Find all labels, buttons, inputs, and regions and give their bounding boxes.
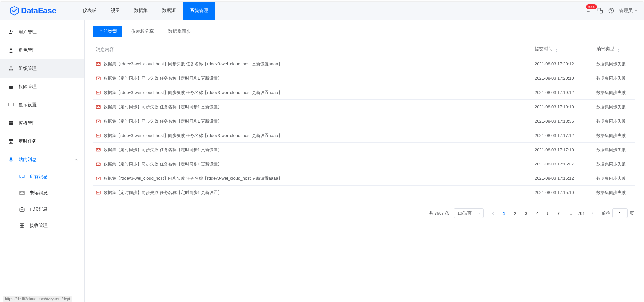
message-text: 数据集【定时同步】同步失败 任务名称【定时同步1 更新设置】 xyxy=(104,190,222,196)
svg-point-6 xyxy=(12,31,13,32)
unread-mail-icon xyxy=(96,119,101,124)
unread-mail-icon xyxy=(96,147,101,152)
table-row[interactable]: 数据集【定时同步】同步失败 任务名称【定时同步1 更新设置】2021-08-03… xyxy=(93,186,635,200)
page-jump-input[interactable] xyxy=(612,208,628,218)
message-time: 2021-08-03 17:18:36 xyxy=(535,119,596,124)
sidebar-subitem[interactable]: 未读消息 xyxy=(0,185,84,201)
sidebar-subitem[interactable]: 已读消息 xyxy=(0,201,84,217)
message-type: 数据集同步失败 xyxy=(596,190,635,196)
sidebar-item[interactable]: 权限管理 xyxy=(0,78,84,96)
col-header-time[interactable]: 提交时间 xyxy=(535,46,596,53)
page-number[interactable]: 4 xyxy=(532,208,542,218)
user-menu[interactable]: 管理员 xyxy=(619,8,638,14)
sidebar-item[interactable]: 用户管理 xyxy=(0,23,84,41)
message-text: 数据集【rddev3-wei_cloud_host】同步失败 任务名称【rdde… xyxy=(104,133,282,138)
notification-button[interactable]: 3060 xyxy=(586,7,592,14)
sidebar-subitem-label: 已读消息 xyxy=(30,206,48,212)
page-ellipsis: ... xyxy=(565,208,575,218)
sidebar-item-label: 显示设置 xyxy=(19,102,37,108)
sidebar-item[interactable]: 模板管理 xyxy=(0,114,84,132)
nav-tab[interactable]: 仪表板 xyxy=(76,2,104,20)
unread-mail-icon xyxy=(96,76,101,81)
message-time: 2021-08-03 17:19:12 xyxy=(535,90,596,95)
unread-mail-icon xyxy=(96,176,101,181)
messages-table: 消息内容 提交时间 消息类型 数据集【rddev3-wei_cloud_host… xyxy=(93,43,635,200)
sidebar-item[interactable]: 显示设置 xyxy=(0,96,84,114)
page-number[interactable]: 6 xyxy=(554,208,564,218)
message-type: 数据集同步失败 xyxy=(596,176,635,181)
svg-rect-14 xyxy=(11,121,13,123)
chevron-up-icon xyxy=(74,157,79,162)
template-icon xyxy=(8,120,14,126)
message-type: 数据集同步失败 xyxy=(596,161,635,167)
nav-tab[interactable]: 数据集 xyxy=(127,2,155,20)
message-text: 数据集【rddev3-wei_cloud_host】同步失败 任务名称【rdde… xyxy=(104,61,282,67)
filter-bar: 全部类型仪表板分享数据集同步 xyxy=(93,26,635,37)
sidebar: 用户管理角色管理组织管理权限管理显示设置模板管理定时任务站内消息所有消息未读消息… xyxy=(0,20,85,302)
message-type: 数据集同步失败 xyxy=(596,61,635,67)
table-row[interactable]: 数据集【rddev3-wei_cloud_host】同步失败 任务名称【rdde… xyxy=(93,85,635,100)
message-time: 2021-08-03 17:20:10 xyxy=(535,76,596,81)
sidebar-item-label: 模板管理 xyxy=(19,120,37,126)
nav-tab[interactable]: 系统管理 xyxy=(183,2,215,20)
col-header-type[interactable]: 消息类型 xyxy=(596,46,635,53)
message-time: 2021-08-03 17:20:12 xyxy=(535,61,596,66)
sidebar-item[interactable]: 角色管理 xyxy=(0,41,84,59)
table-row[interactable]: 数据集【定时同步】同步失败 任务名称【定时同步1 更新设置】2021-08-03… xyxy=(93,114,635,128)
sidebar-item[interactable]: 站内消息 xyxy=(0,151,84,169)
chevron-left-icon xyxy=(491,211,495,216)
svg-rect-15 xyxy=(9,123,11,125)
page-number[interactable]: 5 xyxy=(543,208,553,218)
sidebar-subitem[interactable]: 接收管理 xyxy=(0,217,84,234)
svg-rect-9 xyxy=(11,69,12,70)
sidebar-item-label: 用户管理 xyxy=(19,29,37,35)
unread-mail-icon xyxy=(96,162,101,167)
sidebar-subitem-label: 接收管理 xyxy=(30,223,48,229)
pagination: 共 7907 条 10条/页 123456...791 前往 页 xyxy=(93,205,635,221)
filter-button[interactable]: 仪表板分享 xyxy=(126,26,159,37)
message-time: 2021-08-03 17:15:10 xyxy=(535,190,596,195)
help-icon[interactable] xyxy=(608,7,614,14)
table-row[interactable]: 数据集【定时同步】同步失败 任务名称【定时同步1 更新设置】2021-08-03… xyxy=(93,71,635,85)
message-type: 数据集同步失败 xyxy=(596,147,635,153)
filter-button[interactable]: 数据集同步 xyxy=(163,26,196,37)
page-next[interactable] xyxy=(588,208,597,218)
svg-rect-20 xyxy=(22,224,24,225)
nav-tab[interactable]: 数据源 xyxy=(155,2,183,20)
page-number[interactable]: 3 xyxy=(521,208,531,218)
message-time: 2021-08-03 17:17:10 xyxy=(535,147,596,152)
message-text: 数据集【定时同步】同步失败 任务名称【定时同步1 更新设置】 xyxy=(104,75,222,81)
nav-tab[interactable]: 视图 xyxy=(104,2,127,20)
filter-button[interactable]: 全部类型 xyxy=(93,26,122,37)
page-number[interactable]: 2 xyxy=(510,208,520,218)
message-type: 数据集同步失败 xyxy=(596,118,635,124)
table-row[interactable]: 数据集【rddev3-wei_cloud_host】同步失败 任务名称【rdde… xyxy=(93,57,635,71)
svg-rect-13 xyxy=(9,121,11,123)
page-size-select[interactable]: 10条/页 xyxy=(454,208,484,218)
sidebar-item-label: 定时任务 xyxy=(19,138,37,144)
message-text: 数据集【定时同步】同步失败 任务名称【定时同步1 更新设置】 xyxy=(104,104,222,110)
sidebar-item[interactable]: 定时任务 xyxy=(0,132,84,151)
table-row[interactable]: 数据集【定时同步】同步失败 任务名称【定时同步1 更新设置】2021-08-03… xyxy=(93,100,635,114)
page-jump: 前往 页 xyxy=(602,208,634,218)
language-icon[interactable] xyxy=(597,7,603,14)
table-row[interactable]: 数据集【定时同步】同步失败 任务名称【定时同步1 更新设置】2021-08-03… xyxy=(93,143,635,157)
user-icon xyxy=(8,29,14,35)
grid-icon xyxy=(19,223,25,229)
col-header-message[interactable]: 消息内容 xyxy=(93,47,535,53)
table-header: 消息内容 提交时间 消息类型 xyxy=(93,43,635,57)
sidebar-item-label: 角色管理 xyxy=(19,47,37,53)
svg-rect-22 xyxy=(22,226,24,228)
logo[interactable]: DataEase xyxy=(9,6,56,16)
page-number[interactable]: 1 xyxy=(499,208,509,218)
chevron-right-icon xyxy=(590,211,595,216)
table-row[interactable]: 数据集【定时同步】同步失败 任务名称【定时同步1 更新设置】2021-08-03… xyxy=(93,157,635,171)
page-number[interactable]: 791 xyxy=(576,208,586,218)
role-icon xyxy=(8,47,14,53)
table-row[interactable]: 数据集【rddev3-wei_cloud_host】同步失败 任务名称【rdde… xyxy=(93,128,635,143)
page-prev[interactable] xyxy=(488,208,498,218)
table-row[interactable]: 数据集【rddev3-wei_cloud_host】同步失败 任务名称【rdde… xyxy=(93,171,635,186)
sidebar-subitem[interactable]: 所有消息 xyxy=(0,169,84,185)
svg-rect-11 xyxy=(9,86,13,89)
sidebar-item[interactable]: 组织管理 xyxy=(0,59,84,78)
